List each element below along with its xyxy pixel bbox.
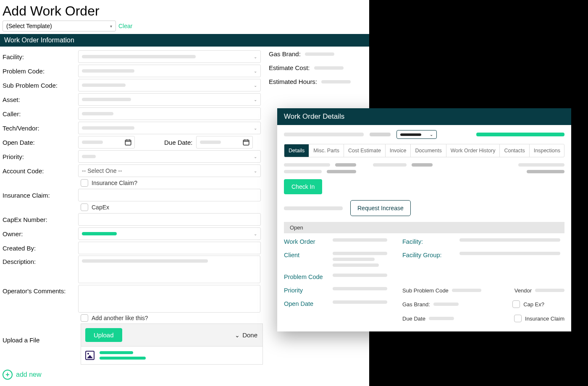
detail-vendor-label: Vendor [514,287,532,294]
caller-input[interactable] [78,107,261,120]
priority-label: Priority: [3,153,78,160]
caller-label: Caller: [3,110,78,117]
capex-checkbox[interactable] [81,203,88,211]
calendar-icon [124,138,132,146]
calendar-icon [242,138,250,146]
request-increase-button[interactable]: Request Increase [350,200,411,216]
status-bar: Open [284,222,564,233]
add-new-label: add new [16,371,42,378]
image-file-icon [85,351,94,360]
created-by-input[interactable] [78,242,261,254]
open-date-label: Open Date: [3,139,78,146]
upload-button[interactable]: Upload [85,328,122,342]
add-another-checkbox[interactable] [81,314,88,322]
detail-capex-checkbox[interactable] [512,300,520,308]
chevron-down-icon: ⌄ [254,69,257,73]
add-another-label: Add another like this? [92,315,148,321]
details-tabs: Details Misc. Parts Cost Estimate Invoic… [284,144,564,157]
chevron-down-icon: ⌄ [254,55,257,59]
upload-area: Upload ⌄ Done [81,323,263,347]
problem-code-select[interactable]: ⌄ [78,65,261,77]
operator-comments-label: Operator's Comments: [3,285,78,295]
tab-contacts[interactable]: Contacts [500,144,529,157]
detail-priority-label: Priority [284,287,330,294]
svg-rect-0 [125,140,131,145]
chevron-down-icon: ⌄ [254,97,257,102]
description-label: Description: [3,256,78,265]
clear-link[interactable]: Clear [118,23,132,29]
due-date-input[interactable] [196,136,253,149]
done-label: Done [242,331,257,339]
tab-documents[interactable]: Documents [411,144,446,157]
tab-misc-parts[interactable]: Misc. Parts [309,144,344,157]
chevron-down-icon: ⌄ [254,232,257,236]
chevron-down-icon: ⌄ [430,132,433,137]
add-new-button[interactable]: + add new [0,365,369,385]
upload-a-file-label: Upload a File [3,336,39,344]
facility-label: Facility: [3,53,78,60]
chevron-down-icon: ⌄ [254,169,257,173]
detail-facility-group-label: Facility Group: [402,252,457,267]
capex-number-input[interactable] [78,213,261,226]
chevron-down-icon: ⌄ [235,332,240,339]
done-toggle[interactable]: ⌄ Done [235,331,257,339]
detail-sub-problem-code-label: Sub Problem Code [402,287,449,294]
tab-invoice[interactable]: Invoice [386,144,411,157]
insurance-claim-checkbox[interactable] [81,179,88,187]
tab-cost-estimate[interactable]: Cost Estimate [344,144,386,157]
open-date-input[interactable] [78,136,135,149]
tab-inspections[interactable]: Inspections [530,144,564,157]
detail-facility-label: Facility: [402,238,457,245]
problem-code-label: Problem Code: [3,68,78,75]
detail-problem-code-label: Problem Code [284,274,330,280]
account-code-select[interactable]: -- Select One --⌄ [78,164,261,177]
sub-problem-code-select[interactable]: ⌄ [78,79,261,91]
owner-label: Owner: [3,230,78,237]
template-select-value: (Select Template) [6,23,52,29]
detail-capex-label: Cap Ex? [523,301,544,308]
priority-select[interactable]: ⌄ [78,150,261,163]
detail-client-label: Client [284,252,330,267]
section-header-info: Work Order Information [0,34,369,47]
tab-work-order-history[interactable]: Work Order History [446,144,500,157]
work-order-details-panel: Work Order Details ⌄ Details Misc. Parts… [277,108,571,331]
created-by-label: Created By: [3,245,78,252]
check-in-button[interactable]: Check In [284,179,322,194]
template-select[interactable]: (Select Template) ▾ [3,21,116,31]
plus-circle-icon: + [3,370,13,380]
chevron-down-icon: ▾ [110,24,112,29]
detail-insurance-checkbox[interactable] [514,315,522,322]
due-date-label: Due Date: [164,139,193,146]
facility-select[interactable]: ⌄ [78,50,261,63]
detail-insurance-label: Insurance Claim [525,316,564,322]
owner-select[interactable]: ⌄ [78,227,261,240]
uploaded-file-tile[interactable] [81,347,263,365]
asset-select[interactable]: ⌄ [78,93,261,106]
insurance-claim-label: Insurance Claim: [3,192,78,199]
chevron-down-icon: ⌄ [254,126,257,130]
page-title: Add Work Order [0,0,369,21]
capex-number-label: CapEx Number: [3,216,78,223]
tab-details[interactable]: Details [284,144,309,157]
insurance-claim-input[interactable] [78,189,261,201]
chevron-down-icon: ⌄ [254,83,257,88]
insurance-claim-checkbox-label: Insurance Claim? [92,180,137,186]
operator-comments-textarea[interactable] [78,285,260,313]
sub-problem-code-label: Sub Problem Code: [3,82,78,89]
asset-label: Asset: [3,96,78,103]
tech-vendor-label: Tech/Vendor: [3,125,78,132]
status-select[interactable]: ⌄ [396,130,437,139]
tech-vendor-select[interactable]: ⌄ [78,122,261,134]
details-panel-title: Work Order Details [277,108,571,125]
detail-due-date-label: Due Date [402,316,425,322]
account-code-label: Account Code: [3,167,78,175]
capex-checkbox-label: CapEx [92,204,109,211]
chevron-down-icon: ⌄ [254,154,257,159]
account-code-value: -- Select One -- [82,167,122,174]
detail-open-date-label: Open Date [284,300,330,308]
detail-work-order-label: Work Order [284,238,330,245]
detail-gas-brand-label: Gas Brand: [402,301,430,308]
description-textarea[interactable] [78,256,260,283]
svg-rect-1 [243,140,249,145]
